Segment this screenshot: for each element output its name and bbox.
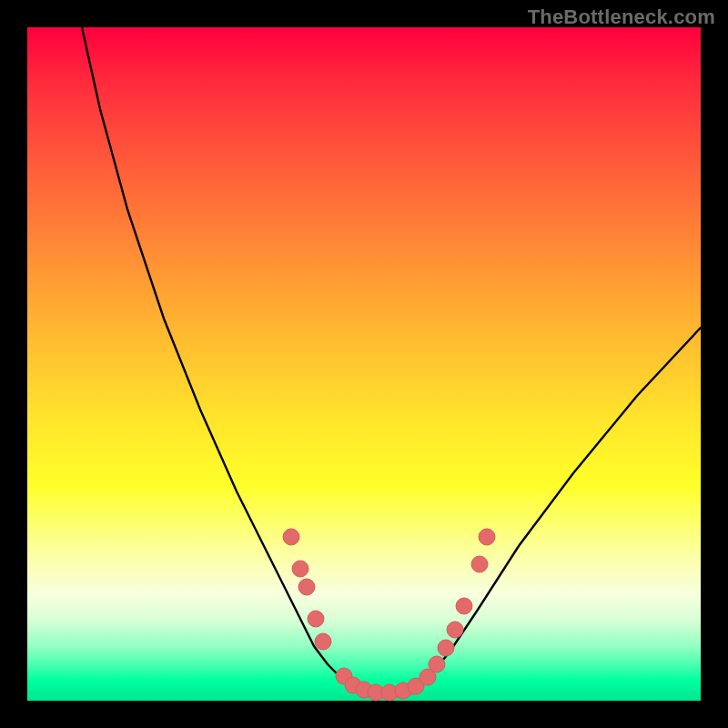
bottleneck-curve bbox=[82, 27, 701, 693]
data-point bbox=[315, 633, 331, 650]
data-point bbox=[298, 579, 315, 595]
data-point bbox=[283, 529, 299, 545]
data-point bbox=[447, 622, 463, 638]
data-point bbox=[308, 611, 324, 627]
chart-stage: TheBottleneck.com bbox=[0, 0, 728, 728]
watermark-text: TheBottleneck.com bbox=[528, 5, 715, 29]
plot-area bbox=[27, 27, 701, 701]
data-point bbox=[479, 529, 495, 545]
data-point bbox=[438, 640, 454, 656]
data-point bbox=[429, 656, 445, 672]
curve-svg bbox=[27, 27, 701, 701]
data-point bbox=[471, 556, 488, 572]
data-point-markers bbox=[283, 529, 495, 701]
data-point bbox=[292, 561, 308, 577]
data-point bbox=[456, 598, 472, 614]
